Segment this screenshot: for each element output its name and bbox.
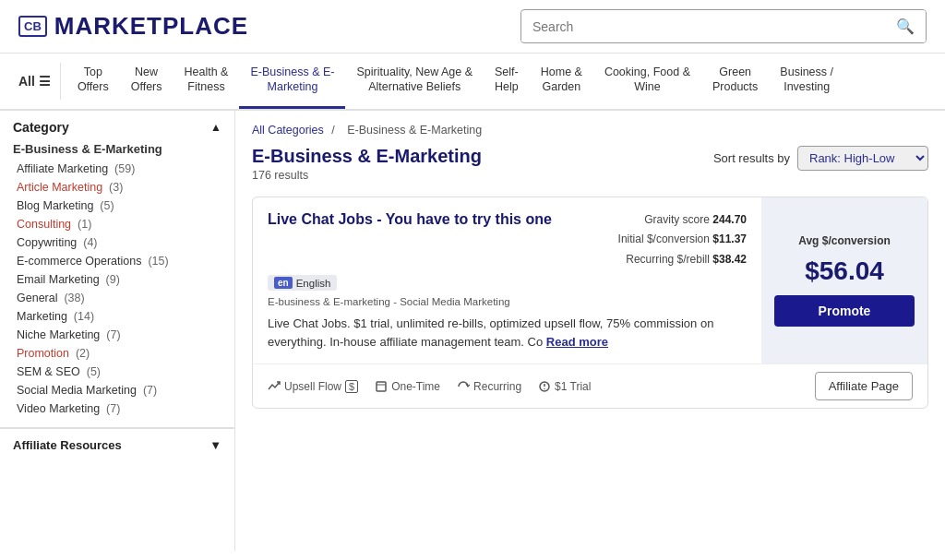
sidebar-item-copywriting[interactable]: Copywriting (4): [13, 233, 221, 252]
sidebar-item-promotion[interactable]: Promotion (2): [13, 344, 221, 363]
product-card: Live Chat Jobs - You have to try this on…: [252, 197, 928, 410]
card-left: Live Chat Jobs - You have to try this on…: [253, 197, 761, 364]
sidebar-item-video-marketing[interactable]: Video Marketing (7): [13, 399, 221, 418]
sort-bar: Sort results by Rank: High-Low Rank: Low…: [713, 146, 928, 171]
logo-text: MARKETPLACE: [54, 12, 248, 41]
footer-recurring: Recurring: [457, 380, 521, 393]
category-section: Category ▲ E-Business & E-Marketing Affi…: [0, 111, 234, 428]
sidebar: Category ▲ E-Business & E-Marketing Affi…: [0, 111, 235, 551]
breadcrumb-all-link[interactable]: All Categories: [252, 124, 324, 137]
chevron-down-icon: ▼: [209, 438, 221, 452]
trial-icon: [538, 380, 551, 393]
recurring-icon: [457, 380, 470, 393]
nav-items: Top Offers New Offers Health & Fitness E…: [66, 54, 844, 109]
main-layout: Category ▲ E-Business & E-Marketing Affi…: [0, 111, 945, 551]
gravity-label: Gravity score: [644, 213, 710, 226]
breadcrumb-current: E-Business & E-Marketing: [347, 124, 482, 137]
product-card-main: Live Chat Jobs - You have to try this on…: [253, 197, 927, 364]
affiliate-page-button[interactable]: Affiliate Page: [815, 372, 913, 400]
nav-item-cooking[interactable]: Cooking, Food & Wine: [593, 54, 701, 109]
lang-tag: en English: [268, 275, 337, 291]
card-footer: Upsell Flow $ One-Time Recurring $1 Tria…: [253, 363, 927, 408]
read-more-link[interactable]: Read more: [546, 335, 608, 349]
sidebar-item-general[interactable]: General (38): [13, 289, 221, 307]
sidebar-category-name: E-Business & E-Marketing: [13, 142, 221, 156]
footer-upsell: Upsell Flow $: [268, 380, 358, 393]
search-bar: 🔍: [520, 9, 927, 43]
category-label: Category: [13, 120, 69, 135]
upsell-icon: [268, 380, 281, 393]
sidebar-item-article-marketing[interactable]: Article Marketing (3): [13, 178, 221, 197]
nav-item-self-help[interactable]: Self- Help: [484, 54, 530, 109]
affiliate-resources-label: Affiliate Resources: [13, 438, 122, 452]
nav-item-ebusiness[interactable]: E-Business & E- Marketing: [239, 54, 345, 109]
nav-item-home-garden[interactable]: Home & Garden: [530, 54, 593, 109]
sidebar-item-marketing[interactable]: Marketing (14): [13, 307, 221, 326]
lang-code: en: [274, 277, 293, 289]
nav-item-top-offers[interactable]: Top Offers: [66, 54, 120, 109]
search-input[interactable]: [521, 12, 885, 42]
page-title: E-Business & E-Marketing: [252, 146, 482, 167]
results-count: 176 results: [252, 169, 482, 182]
sidebar-item-social-media-marketing[interactable]: Social Media Marketing (7): [13, 381, 221, 399]
nav-all-label: All: [18, 74, 35, 89]
sidebar-item-consulting[interactable]: Consulting (1): [13, 215, 221, 233]
product-title: Live Chat Jobs - You have to try this on…: [268, 210, 552, 230]
recurring-value: $38.42: [712, 253, 747, 266]
nav-item-health-fitness[interactable]: Health & Fitness: [173, 54, 240, 109]
logo-cb: CB: [18, 16, 47, 37]
onetime-icon: [375, 380, 388, 393]
main-content: All Categories / E-Business & E-Marketin…: [235, 111, 945, 551]
initial-label: Initial $/conversion: [618, 232, 710, 245]
footer-onetime: One-Time: [375, 380, 440, 393]
nav-item-spirituality[interactable]: Spirituality, New Age & Alternative Beli…: [345, 54, 484, 109]
sidebar-item-affiliate-marketing[interactable]: Affiliate Marketing (59): [13, 160, 221, 178]
card-description: Live Chat Jobs. $1 trial, unlimited re-b…: [268, 315, 747, 351]
footer-trial: $1 Trial: [538, 380, 591, 393]
affiliate-resources-section[interactable]: Affiliate Resources ▼: [0, 428, 234, 461]
card-stats: Gravity score 244.70 Initial $/conversio…: [618, 210, 747, 270]
sidebar-item-ecommerce[interactable]: E-commerce Operations (15): [13, 252, 221, 270]
gravity-value: 244.70: [712, 213, 747, 226]
category-section-header: Category ▲: [13, 120, 221, 135]
breadcrumb: All Categories / E-Business & E-Marketin…: [252, 124, 928, 137]
nav-item-green[interactable]: Green Products: [701, 54, 769, 109]
card-description-text: Live Chat Jobs. $1 trial, unlimited re-b…: [268, 316, 713, 349]
svg-point-4: [544, 388, 544, 389]
recurring-label: Recurring $/rebill: [626, 253, 710, 266]
sort-label: Sort results by: [713, 151, 790, 165]
card-right: Avg $/conversion $56.04 Promote: [761, 197, 927, 364]
logo: CB MARKETPLACE: [18, 12, 248, 41]
sidebar-item-sem-seo[interactable]: SEM & SEO (5): [13, 363, 221, 381]
initial-value: $11.37: [712, 232, 747, 245]
avg-label: Avg $/conversion: [798, 234, 891, 247]
chevron-up-icon[interactable]: ▲: [210, 121, 221, 134]
avg-price: $56.04: [805, 256, 884, 286]
header: CB MARKETPLACE 🔍: [0, 0, 945, 54]
breadcrumb-separator: /: [331, 124, 334, 137]
card-title-row: Live Chat Jobs - You have to try this on…: [268, 210, 747, 270]
nav-all[interactable]: All ☰: [9, 63, 61, 100]
promote-button[interactable]: Promote: [774, 295, 915, 327]
lang-label: English: [296, 278, 331, 289]
sort-select[interactable]: Rank: High-Low Rank: Low-High Gravity: H…: [797, 146, 928, 171]
sidebar-item-blog-marketing[interactable]: Blog Marketing (5): [13, 197, 221, 215]
hamburger-icon: ☰: [39, 74, 51, 89]
search-button[interactable]: 🔍: [885, 10, 926, 42]
nav-item-new-offers[interactable]: New Offers: [120, 54, 173, 109]
svg-rect-0: [377, 382, 386, 391]
card-category: E-business & E-marketing - Social Media …: [268, 296, 747, 307]
nav-item-business[interactable]: Business / Investing: [769, 54, 844, 109]
sidebar-item-niche-marketing[interactable]: Niche Marketing (7): [13, 326, 221, 344]
sidebar-item-email-marketing[interactable]: Email Marketing (9): [13, 270, 221, 289]
main-nav: All ☰ Top Offers New Offers Health & Fit…: [0, 54, 945, 111]
